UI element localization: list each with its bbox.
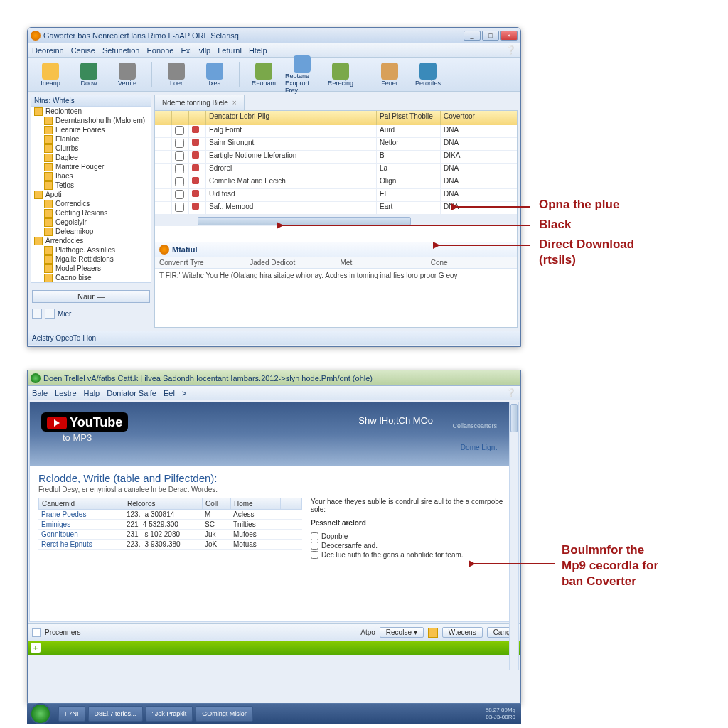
tree-node[interactable]: Elanioe xyxy=(31,134,151,144)
toolbar-button[interactable]: Verrite xyxy=(110,63,144,87)
tree-node[interactable]: Mgaile Rettidsions xyxy=(31,255,151,264)
tree-node[interactable]: Dearntanshohullh (Malo em) xyxy=(31,116,151,125)
menu-item[interactable]: Bale xyxy=(32,389,48,397)
table-row[interactable]: Ealg ForntAurdDNA xyxy=(155,125,517,138)
info-icon[interactable] xyxy=(32,309,42,318)
row-checkbox[interactable] xyxy=(175,139,184,148)
toolbar-button[interactable]: Ixea xyxy=(198,63,232,87)
banner-link[interactable]: Dome Lignt xyxy=(461,444,497,451)
taskbar[interactable]: F7NID8El.7 teries...';Jok PrapkitGOmingt… xyxy=(27,704,521,724)
tree-node[interactable]: Apoti xyxy=(31,190,151,199)
menu-item[interactable]: Eel xyxy=(164,389,175,397)
table-row[interactable]: Rerct he Epnuts223.- 3 9309.380JoKMotuas xyxy=(38,540,302,550)
menu-item[interactable]: Sefunetion xyxy=(102,46,140,55)
column-header[interactable] xyxy=(172,111,189,125)
menu-item[interactable]: Exl xyxy=(181,46,191,55)
menu-item[interactable]: Doniator Saife xyxy=(107,389,156,397)
column-header[interactable]: Canuernid xyxy=(39,498,124,509)
table-row[interactable]: SdrorelLaDNA xyxy=(155,164,517,176)
lock-icon[interactable] xyxy=(45,309,55,318)
tree-node[interactable]: Cebting Resions xyxy=(31,208,151,218)
system-tray[interactable]: 58.27 09Mq 03-J3-00R0 xyxy=(486,707,518,721)
toolbar-button[interactable]: Ineanp xyxy=(33,63,68,87)
menu-item[interactable]: Deoreinn xyxy=(32,46,64,55)
checkbox[interactable] xyxy=(311,551,318,559)
toolbar-button[interactable]: Fener xyxy=(373,63,407,87)
column-header[interactable]: Pal Plset Thoblie xyxy=(377,111,441,125)
toolbar-button[interactable]: Reonam xyxy=(247,63,281,87)
tree-node[interactable]: Cegoisiyir xyxy=(31,218,151,227)
tree-node[interactable]: Tetios xyxy=(31,181,151,190)
tree-node[interactable]: Maritiré Pouger xyxy=(31,162,151,171)
table-row[interactable]: Gonnitbuen231 - s 102 2080JukMufoes xyxy=(38,530,302,540)
column-header[interactable]: Covertoor xyxy=(441,111,483,125)
table-row[interactable]: Comnlie Mat and FecichOlignDNA xyxy=(155,176,517,189)
row-checkbox[interactable] xyxy=(175,151,184,161)
new-button[interactable]: Naur — xyxy=(32,290,150,303)
table-row[interactable]: Eminiges221- 4 5329.300SCTnilties xyxy=(38,520,302,530)
tree-node[interactable]: Lieanire Foares xyxy=(31,125,151,134)
table-row[interactable]: Eartigle Notiome LleforationBDIKA xyxy=(155,151,517,164)
table-row[interactable]: Uid fosdElDNA xyxy=(155,189,517,202)
toolbar-button[interactable]: Rerecing xyxy=(323,63,358,87)
taskbar-item[interactable]: GOmingt Mislor xyxy=(196,706,253,722)
row-checkbox[interactable] xyxy=(175,126,184,135)
menu-item[interactable]: Halp xyxy=(84,389,100,397)
resolve-button[interactable]: Recolse ▾ xyxy=(380,627,424,638)
column-header[interactable] xyxy=(189,111,206,125)
taskbar-item[interactable]: D8El.7 teries... xyxy=(88,706,143,722)
tree-node[interactable]: Arrendocies xyxy=(31,236,151,245)
tree-node[interactable]: Daglee xyxy=(31,153,151,162)
menu-item[interactable]: Leturnl xyxy=(218,46,242,55)
tab-close-icon[interactable]: × xyxy=(232,99,237,107)
tree-node[interactable]: Correndics xyxy=(31,199,151,208)
tree-node[interactable]: Ciurrbs xyxy=(31,144,151,153)
row-checkbox[interactable] xyxy=(175,203,184,212)
folder-icon[interactable] xyxy=(428,628,438,638)
checkbox[interactable] xyxy=(311,532,318,540)
tree-node[interactable]: Caono bise xyxy=(31,273,151,282)
row-checkbox[interactable] xyxy=(175,164,184,173)
menu-item[interactable]: Cenise xyxy=(71,46,95,55)
taskbar-item[interactable]: F7NI xyxy=(58,706,85,722)
start-button[interactable] xyxy=(30,703,51,724)
taskbar-item[interactable]: ';Jok Prapkit xyxy=(146,706,193,722)
close-button[interactable]: × xyxy=(500,31,518,41)
tab-active[interactable]: Ndeme tonrling Biele × xyxy=(154,95,245,110)
titlebar[interactable]: Gaworter bas Nenrealert lans Rimo L-aAP … xyxy=(28,28,520,43)
maximize-button[interactable]: □ xyxy=(482,31,499,41)
menu-item[interactable]: Eonone xyxy=(147,46,174,55)
data-grid[interactable]: Dencator Lobrl PligPal Plset ThoblieCove… xyxy=(154,110,518,242)
results-table[interactable]: CanuernidRelcorosCollHome Prane Poedes12… xyxy=(38,498,302,560)
column-header[interactable]: Relcoros xyxy=(124,498,203,509)
tree-node[interactable]: Model Pleaers xyxy=(31,264,151,273)
help-icon[interactable]: ❔ xyxy=(506,46,516,55)
minimize-button[interactable]: _ xyxy=(464,31,481,41)
witness-button[interactable]: Wtecens xyxy=(442,627,483,638)
table-row[interactable]: Saf.. MemoodEartDNA xyxy=(155,202,517,215)
vertical-scrollbar[interactable] xyxy=(509,402,519,670)
toolbar-button[interactable]: Perorites xyxy=(411,63,445,87)
tree-node[interactable]: Plathoge. Assinlies xyxy=(31,245,151,255)
tree-node[interactable]: Delearnikop xyxy=(31,227,151,236)
vscroll-thumb[interactable] xyxy=(510,404,518,432)
toolbar-button[interactable]: Doow xyxy=(72,63,106,87)
table-row[interactable]: Prane Poedes123.- a 300814MAcless xyxy=(38,510,302,520)
titlebar-2[interactable]: Doen Trellel vA/fatbs Catt.k | ilvea Sad… xyxy=(28,370,520,386)
row-checkbox[interactable] xyxy=(175,177,184,186)
menu-item[interactable]: Lestre xyxy=(55,389,77,397)
checkbox[interactable] xyxy=(311,542,318,550)
table-row[interactable]: Sainr SirongntNetlorDNA xyxy=(155,138,517,151)
help-icon[interactable]: ❔ xyxy=(506,388,516,397)
tree-node[interactable]: Reolontoen xyxy=(31,107,151,116)
column-header[interactable]: Coll xyxy=(203,498,231,509)
toolbar-button[interactable]: Loer xyxy=(159,63,193,87)
row-checkbox[interactable] xyxy=(175,190,184,199)
column-header[interactable]: Home xyxy=(231,498,281,509)
menu-item[interactable]: Htelp xyxy=(249,46,267,55)
tree-panel[interactable]: Ntns: Whtels ReolontoenDearntanshohullh … xyxy=(31,95,151,283)
tree-node[interactable]: Ihaes xyxy=(31,171,151,181)
column-header[interactable]: Dencator Lobrl Plig xyxy=(206,111,377,125)
column-header[interactable] xyxy=(155,111,172,125)
menu-item[interactable]: > xyxy=(182,389,186,397)
